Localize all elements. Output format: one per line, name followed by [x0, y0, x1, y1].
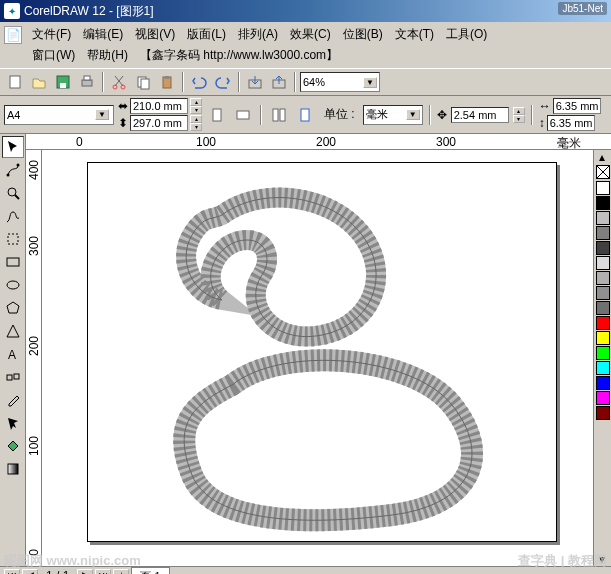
svg-rect-3 — [82, 80, 92, 86]
color-swatch[interactable] — [596, 391, 610, 405]
menu-file[interactable]: 文件(F) — [26, 24, 77, 45]
spin-up[interactable]: ▴ — [513, 107, 525, 115]
eyedropper-tool[interactable] — [2, 389, 24, 411]
vertical-ruler[interactable]: 0 100 200 300 400 — [26, 150, 42, 566]
redo-button[interactable] — [212, 71, 234, 93]
dup-y-input[interactable] — [547, 115, 595, 131]
zoom-dropdown-icon[interactable]: ▼ — [363, 77, 377, 88]
menu-extra-link[interactable]: 【鑫字条码 http://www.lw3000.com】 — [134, 45, 344, 66]
units-dropdown-icon[interactable]: ▼ — [406, 109, 420, 120]
color-swatch[interactable] — [596, 241, 610, 255]
outline-tool[interactable] — [2, 412, 24, 434]
color-swatch[interactable] — [596, 331, 610, 345]
svg-text:A: A — [8, 348, 16, 362]
svg-rect-27 — [8, 464, 18, 474]
menu-view[interactable]: 视图(V) — [129, 24, 181, 45]
zoom-combo[interactable]: ▼ — [300, 72, 380, 92]
paper-input[interactable] — [7, 109, 95, 121]
menu-text[interactable]: 文本(T) — [389, 24, 440, 45]
color-swatch[interactable] — [596, 271, 610, 285]
color-swatch[interactable] — [596, 301, 610, 315]
menu-bitmap[interactable]: 位图(B) — [337, 24, 389, 45]
ruler-tick: 300 — [436, 135, 456, 149]
copy-button[interactable] — [132, 71, 154, 93]
dup-x-input[interactable] — [553, 98, 601, 114]
width-input[interactable] — [130, 98, 188, 114]
paper-combo[interactable]: ▼ — [4, 105, 114, 125]
shape-tool[interactable] — [2, 159, 24, 181]
freehand-tool[interactable] — [2, 205, 24, 227]
undo-button[interactable] — [188, 71, 210, 93]
menu-window[interactable]: 窗口(W) — [26, 45, 81, 66]
menu-edit[interactable]: 编辑(E) — [77, 24, 129, 45]
color-swatch[interactable] — [596, 181, 610, 195]
color-swatch[interactable] — [596, 376, 610, 390]
interactive-blend-tool[interactable] — [2, 366, 24, 388]
export-button[interactable] — [268, 71, 290, 93]
cut-button[interactable] — [108, 71, 130, 93]
spin-up[interactable]: ▴ — [190, 115, 202, 123]
paste-button[interactable] — [156, 71, 178, 93]
palette-scroll-up[interactable]: ▴ — [594, 150, 610, 164]
separator — [294, 72, 296, 92]
page-dimensions: ⬌ ▴▾ ⬍ ▴▾ — [118, 98, 202, 131]
units-combo[interactable]: ▼ — [363, 105, 423, 125]
color-swatch[interactable] — [596, 406, 610, 420]
polygon-tool[interactable] — [2, 297, 24, 319]
interactive-fill-tool[interactable] — [2, 458, 24, 480]
open-button[interactable] — [28, 71, 50, 93]
landscape-button[interactable] — [232, 104, 254, 126]
import-button[interactable] — [244, 71, 266, 93]
paper-dropdown-icon[interactable]: ▼ — [95, 109, 109, 120]
fill-tool[interactable] — [2, 435, 24, 457]
set-current-page-button[interactable] — [294, 104, 316, 126]
zoom-input[interactable] — [303, 76, 363, 88]
ruler-tick: 100 — [27, 436, 41, 456]
property-bar: ▼ ⬌ ▴▾ ⬍ ▴▾ 单位 : ▼ ✥ ▴▾ ↔ ↕ — [0, 96, 611, 134]
print-button[interactable] — [76, 71, 98, 93]
color-swatch[interactable] — [596, 256, 610, 270]
separator — [102, 72, 104, 92]
units-input[interactable] — [366, 109, 406, 121]
smart-draw-tool[interactable] — [2, 228, 24, 250]
save-button[interactable] — [52, 71, 74, 93]
color-swatch[interactable] — [596, 346, 610, 360]
pick-tool[interactable] — [2, 136, 24, 158]
basic-shapes-tool[interactable] — [2, 320, 24, 342]
no-color-swatch[interactable] — [596, 165, 610, 179]
text-tool[interactable]: A — [2, 343, 24, 365]
horizontal-ruler[interactable]: 0 100 200 300 毫米 — [26, 134, 611, 150]
ruler-tick: 300 — [27, 236, 41, 256]
menu-arrange[interactable]: 排列(A) — [232, 24, 284, 45]
artwork-shape-top[interactable] — [152, 185, 412, 365]
color-swatch[interactable] — [596, 196, 610, 210]
spin-down[interactable]: ▾ — [190, 106, 202, 114]
menu-effects[interactable]: 效果(C) — [284, 24, 337, 45]
menu-tools[interactable]: 工具(O) — [440, 24, 493, 45]
color-swatch[interactable] — [596, 286, 610, 300]
nudge-input[interactable] — [451, 107, 509, 123]
portrait-button[interactable] — [206, 104, 228, 126]
color-swatch[interactable] — [596, 211, 610, 225]
spin-down[interactable]: ▾ — [513, 115, 525, 123]
doc-icon[interactable]: 📄 — [4, 26, 22, 44]
artwork-shape-bottom[interactable] — [172, 345, 492, 535]
menu-layout[interactable]: 版面(L) — [181, 24, 232, 45]
spin-down[interactable]: ▾ — [190, 123, 202, 131]
set-all-pages-button[interactable] — [268, 104, 290, 126]
color-swatch[interactable] — [596, 316, 610, 330]
spin-up[interactable]: ▴ — [190, 98, 202, 106]
ellipse-tool[interactable] — [2, 274, 24, 296]
svg-rect-14 — [237, 111, 249, 119]
new-button[interactable] — [4, 71, 26, 93]
menu-help[interactable]: 帮助(H) — [81, 45, 134, 66]
height-input[interactable] — [130, 115, 188, 131]
ruler-tick: 200 — [316, 135, 336, 149]
svg-point-20 — [8, 188, 16, 196]
color-swatch[interactable] — [596, 226, 610, 240]
rectangle-tool[interactable] — [2, 251, 24, 273]
units-label: 单位 : — [320, 106, 359, 123]
drawing-canvas[interactable] — [42, 150, 593, 566]
color-swatch[interactable] — [596, 361, 610, 375]
zoom-tool[interactable] — [2, 182, 24, 204]
